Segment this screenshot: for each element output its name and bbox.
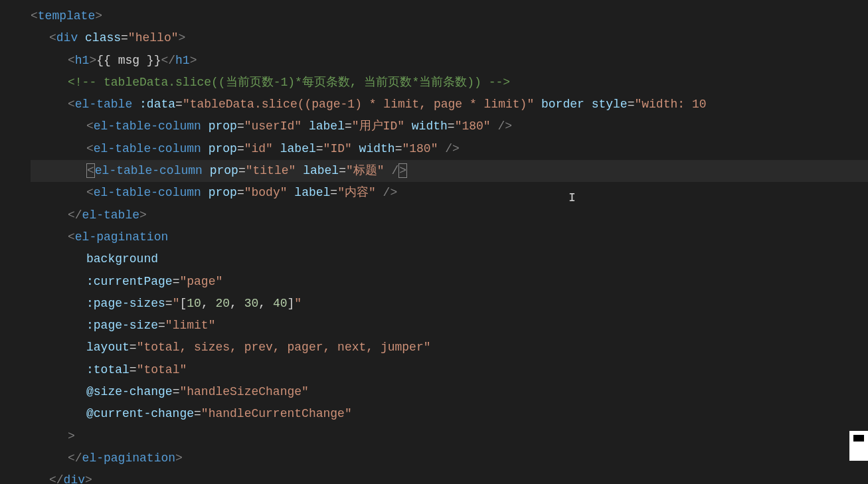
attr: :total	[86, 363, 130, 376]
string: "id"	[244, 142, 273, 155]
string: "tableData.slice((page-1) * limit, page …	[183, 98, 534, 111]
tag: el-table-column	[94, 186, 201, 199]
string: "handleSizeChange"	[179, 385, 308, 398]
eq: =	[121, 31, 128, 44]
string: "total, sizes, prev, pager, next, jumper…	[137, 341, 431, 354]
attr: @size-change	[86, 385, 173, 398]
bracket: <	[68, 54, 75, 67]
string: "180"	[402, 142, 438, 155]
bracket: </	[68, 208, 82, 222]
bracket: /	[391, 164, 398, 177]
bracket: />	[383, 186, 398, 199]
bracket: >	[68, 430, 75, 443]
bracket: />	[445, 142, 460, 155]
tag: template	[38, 9, 95, 23]
bracket-match: >	[398, 163, 407, 178]
string: "handleCurrentChange"	[201, 407, 352, 420]
bracket: <	[68, 230, 75, 244]
code-line[interactable]: >	[31, 426, 868, 447]
attr: prop	[209, 186, 237, 199]
comment: <!-- tableData.slice((当前页数-1)*每页条数, 当前页数…	[68, 76, 510, 89]
text: {{ msg }}	[96, 54, 161, 67]
attr: label	[309, 120, 345, 133]
attr: label	[280, 142, 316, 155]
attr: @current-change	[86, 407, 194, 420]
code-line[interactable]: <el-table :data="tableData.slice((page-1…	[31, 94, 868, 116]
bracket: </	[161, 54, 175, 67]
bracket: </	[49, 473, 64, 484]
code-line[interactable]: :total="total"	[31, 359, 868, 381]
attr: border	[541, 98, 584, 111]
tag: el-table-column	[95, 164, 203, 177]
bracket: >	[89, 54, 96, 67]
string: "用户ID"	[352, 120, 404, 133]
tag: el-table-column	[94, 120, 201, 133]
string: "userId"	[244, 120, 302, 133]
attr: :currentPage	[86, 275, 173, 288]
quote: "	[294, 297, 302, 310]
tag: el-pagination	[82, 451, 175, 465]
attr: label	[294, 186, 330, 199]
attr: :page-sizes	[86, 297, 165, 310]
attr: prop	[209, 120, 237, 133]
code-line[interactable]: :currentPage="page"	[31, 271, 868, 293]
bracket: <	[86, 142, 94, 155]
attr: :page-size	[86, 319, 158, 332]
code-line[interactable]: @current-change="handleCurrentChange"	[31, 403, 868, 425]
bracket: <	[86, 120, 94, 133]
qr-code-icon	[849, 431, 868, 461]
code-line[interactable]: <el-pagination	[31, 226, 868, 248]
code-line[interactable]: :page-sizes="[10, 20, 30, 40]"	[31, 293, 868, 315]
code-line[interactable]: </el-table>	[31, 204, 868, 226]
string: "内容"	[337, 186, 376, 199]
attr: prop	[210, 164, 238, 177]
string: "title"	[246, 164, 296, 177]
code-line[interactable]: :page-size="limit"	[31, 315, 868, 337]
code-line[interactable]: </el-pagination>	[31, 447, 868, 469]
code-editor[interactable]: <template> <div class="hello"> <h1>{{ ms…	[0, 5, 868, 484]
bracket: >	[85, 473, 92, 484]
string: "180"	[455, 120, 491, 133]
code-line[interactable]: @size-change="handleSizeChange"	[31, 381, 868, 403]
code-line[interactable]: <el-table-column prop="userId" label="用户…	[31, 116, 868, 137]
number: 30	[244, 297, 259, 310]
attr: width	[359, 142, 395, 155]
string: "page"	[179, 275, 222, 288]
number: 20	[215, 297, 230, 310]
tag: h1	[75, 54, 90, 67]
attr: style	[592, 98, 628, 111]
bracket-match: <	[86, 163, 95, 178]
tag: el-pagination	[75, 230, 168, 244]
code-line-current[interactable]: <el-table-column prop="title" label="标题"…	[31, 160, 868, 182]
string: "width: 10	[634, 98, 706, 111]
attr: width	[412, 120, 448, 133]
code-line[interactable]: <el-table-column prop="body" label="内容" …	[31, 182, 868, 204]
number: 10	[187, 297, 201, 310]
tag: div	[56, 31, 78, 44]
code-line[interactable]: <div class="hello">	[31, 27, 868, 49]
attr: layout	[86, 341, 130, 354]
bracket: <	[49, 31, 56, 44]
code-line[interactable]: background	[31, 248, 868, 270]
tag: el-table	[82, 208, 139, 222]
attr: label	[303, 164, 339, 177]
code-line[interactable]: <!-- tableData.slice((当前页数-1)*每页条数, 当前页数…	[31, 72, 868, 94]
attr: prop	[209, 142, 237, 155]
tag: el-table-column	[94, 142, 201, 155]
bracket: <	[31, 9, 38, 23]
code-line[interactable]: </div>	[31, 469, 868, 484]
code-line[interactable]: layout="total, sizes, prev, pager, next,…	[31, 337, 868, 359]
bracket: >	[139, 208, 147, 222]
quote: "	[173, 297, 180, 310]
string: "limit"	[165, 319, 216, 332]
code-line[interactable]: <h1>{{ msg }}</h1>	[31, 50, 868, 72]
bracket: <	[86, 186, 94, 199]
attr: background	[86, 252, 158, 266]
code-line[interactable]: <el-table-column prop="id" label="ID" wi…	[31, 138, 868, 160]
code-line[interactable]: <template>	[31, 5, 868, 27]
tag: h1	[175, 54, 190, 67]
tag: div	[64, 473, 85, 484]
string: "body"	[244, 186, 288, 199]
string: "ID"	[323, 142, 352, 155]
bracket: </	[68, 451, 82, 465]
